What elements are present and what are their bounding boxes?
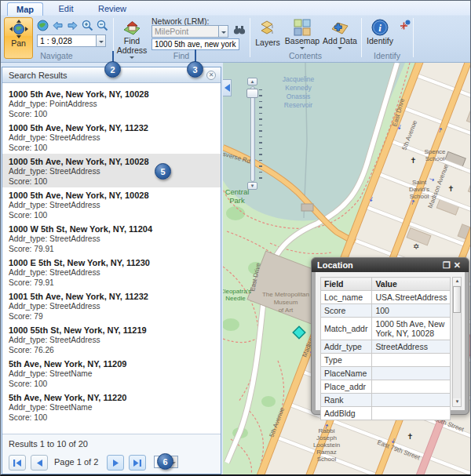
column-header-field: Field — [321, 278, 372, 291]
result-addr-type: Addr_type: StreetAddress — [9, 336, 221, 346]
basemap-label: Basemap — [285, 37, 319, 45]
zoom-slider-ticks — [259, 89, 262, 180]
search-locator-button[interactable] — [233, 24, 246, 36]
callout-badge-5: 5 — [155, 163, 171, 180]
tab-edit[interactable]: Edit — [48, 2, 84, 16]
result-score: Score: 79 — [9, 312, 221, 322]
table-row: Place_addr — [321, 380, 451, 394]
network-dropdown-button[interactable] — [218, 25, 228, 38]
svg-text:✝: ✝ — [407, 432, 413, 441]
panel-collapse-button[interactable] — [223, 79, 232, 96]
zoom-in-button[interactable] — [82, 20, 95, 32]
scroll-up-icon[interactable]: ▲ — [453, 278, 461, 285]
previous-page-button[interactable] — [31, 455, 48, 471]
location-popup-title: Location — [317, 260, 353, 270]
svg-text:Jacqueline: Jacqueline — [283, 75, 315, 83]
close-icon[interactable]: ✕ — [454, 260, 464, 270]
scrollbar-thumb[interactable] — [453, 286, 461, 313]
zoom-slider-track[interactable] — [250, 86, 255, 182]
table-row: Loc_nameUSA.StreetAddress — [321, 291, 451, 304]
result-address: 1000 5th Ave, New York, NY, 10028 — [9, 89, 221, 100]
location-popup: Location ❐✕ Field Value Loc_nameUSA.Stre… — [311, 257, 469, 415]
result-score: Score: 100 — [9, 144, 221, 154]
result-item[interactable]: 1000 W 5th St, New York, NY, 11204Addr_t… — [2, 221, 221, 255]
result-addr-type: Addr_type: StreetAddress — [9, 133, 221, 144]
scale-combobox[interactable] — [37, 35, 106, 47]
result-item[interactable]: 1000 5th Ave, New York, NY, 10028Addr_ty… — [2, 187, 221, 221]
scale-dropdown-button[interactable] — [96, 35, 106, 47]
svg-text:Rabbi: Rabbi — [319, 427, 335, 434]
last-page-button[interactable] — [129, 455, 146, 471]
scale-input[interactable] — [37, 35, 96, 47]
identify-crosshair-icon — [399, 20, 411, 31]
zoom-slider-thumb[interactable] — [246, 89, 258, 98]
svg-text:Onassis: Onassis — [287, 93, 311, 100]
result-addr-type: Addr_type: StreetAddress — [9, 234, 221, 245]
results-list: 1000 5th Ave, New York, NY, 10028Addr_ty… — [2, 85, 221, 434]
group-separator — [361, 18, 362, 57]
callout-badge-6: 6 — [157, 453, 173, 470]
layers-icon — [258, 19, 277, 38]
find-address-input[interactable] — [152, 38, 239, 50]
tab-review[interactable]: Review — [90, 2, 134, 16]
first-page-button[interactable] — [9, 455, 26, 471]
result-item[interactable]: 5th Ave, New York, NY, 11220Addr_type: S… — [2, 390, 221, 423]
zoom-slider-down-button[interactable]: ▼ — [247, 182, 257, 190]
table-row: Match_addr1000 5th Ave, New York, NY, 10… — [321, 318, 451, 340]
result-item-selected[interactable]: 1000 5th Ave, New York, NY, 10028Addr_ty… — [2, 154, 221, 187]
results-footer: Results 1 to 10 of 20 Page 1 of 2 1 — [2, 434, 221, 474]
result-addr-type: Addr_type: StreetAddress — [9, 167, 221, 177]
result-addr-type: Addr_type: StreetAddress — [9, 302, 221, 312]
result-score: Score: 79.91 — [9, 278, 221, 289]
next-extent-button[interactable] — [67, 20, 80, 32]
pan-icon — [9, 20, 28, 38]
result-item[interactable]: 1001 5th Ave, New York, NY, 11232Addr_ty… — [2, 289, 221, 322]
zoom-in-icon — [82, 20, 93, 31]
tab-map[interactable]: Map — [7, 2, 43, 16]
identify-icon: i — [371, 19, 389, 36]
result-address: 1000 55th St, New York, NY, 11219 — [9, 325, 221, 336]
result-item[interactable]: 5th Ave, New York, NY, 11209Addr_type: S… — [2, 356, 221, 390]
result-address: 1000 E 5th St, New York, NY, 11230 — [9, 258, 221, 268]
result-item[interactable]: 1000 55th St, New York, NY, 11219Addr_ty… — [2, 322, 221, 356]
find-address-label: Find — [124, 37, 140, 45]
svg-text:Saint: Saint — [412, 179, 427, 186]
zoom-out-button[interactable] — [97, 20, 108, 32]
app-window: Map Edit Review Pan — [0, 0, 471, 476]
result-score: Score: 79.91 — [9, 245, 221, 255]
svg-text:Central: Central — [225, 187, 250, 196]
full-extent-button[interactable] — [37, 20, 50, 32]
result-item[interactable]: 1000 E 5th St, New York, NY, 11230Addr_t… — [2, 255, 221, 289]
svg-text:Ramaz: Ramaz — [316, 449, 336, 456]
result-score: Score: 100 — [9, 413, 221, 423]
result-address: 5th Ave, New York, NY, 11209 — [9, 359, 221, 369]
identify-group-label: Identify — [363, 51, 411, 60]
scroll-down-icon[interactable]: ▼ — [453, 398, 461, 406]
svg-text:Spence: Spence — [424, 148, 446, 155]
group-separator — [250, 18, 250, 57]
location-popup-titlebar[interactable]: Location ❐✕ — [312, 258, 469, 272]
result-addr-type: Addr_type: PointAddress — [9, 100, 221, 110]
svg-text:i: i — [378, 22, 382, 34]
next-page-button[interactable] — [107, 455, 124, 471]
callout-stem — [112, 51, 114, 62]
result-item[interactable]: 1000 5th Ave, New York, NY, 10028Addr_ty… — [2, 86, 221, 120]
maximize-icon[interactable]: ❐ — [443, 260, 454, 270]
result-item[interactable]: 1000 5th Ave, New York, NY, 11232Addr_ty… — [2, 120, 221, 154]
network-combobox[interactable]: MilePoint — [152, 25, 228, 38]
svg-text:School: School — [425, 155, 445, 162]
previous-extent-button[interactable] — [52, 20, 65, 32]
add-data-icon — [330, 19, 349, 36]
svg-text:Kennedy: Kennedy — [285, 84, 312, 92]
location-popup-body: Field Value Loc_nameUSA.StreetAddress Sc… — [316, 272, 465, 410]
close-icon[interactable]: ✕ — [206, 71, 216, 80]
identify-label: Identify — [367, 37, 393, 45]
svg-text:✡: ✡ — [413, 242, 419, 251]
zoom-slider-up-button[interactable]: ▲ — [247, 78, 257, 85]
popup-scrollbar[interactable]: ▲ ▼ — [452, 277, 462, 407]
identify-options-button[interactable] — [399, 20, 411, 31]
callout-badge-3: 3 — [187, 61, 203, 78]
ribbon: Map Edit Review Pan — [1, 1, 470, 63]
column-header-value: Value — [372, 278, 451, 291]
group-separator — [413, 18, 414, 57]
